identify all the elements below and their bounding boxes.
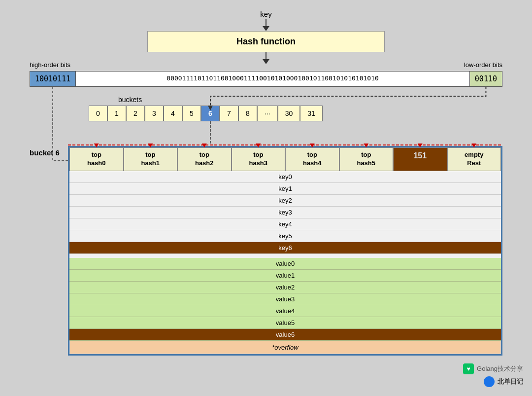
bucket-cell: 30 — [278, 106, 300, 121]
buckets-area: buckets 012345678···3031 — [30, 96, 502, 121]
key-arrow-head — [263, 26, 269, 31]
top-hash-cell: tophash2 — [177, 147, 232, 171]
value-rows: value0value1value2value3value4value5valu… — [69, 258, 501, 341]
top-hash-cell: tophash3 — [232, 147, 286, 171]
top-hash-cell: tophash0 — [69, 147, 124, 171]
hash-arrow-line — [266, 52, 266, 59]
bucket-6-label: bucket 6 — [30, 148, 64, 157]
top-hash-row: tophash0tophash1tophash2tophash3tophash4… — [69, 147, 501, 171]
bucket-cell: 5 — [182, 106, 201, 121]
key-label: key — [260, 10, 271, 18]
beidan-icon — [484, 376, 495, 387]
value-row: value3 — [69, 293, 501, 305]
hash-to-binary-arrow — [263, 52, 269, 64]
value-row: value4 — [69, 305, 501, 317]
top-hash-cell: tophash5 — [339, 147, 394, 171]
buckets-label: buckets — [118, 96, 502, 104]
high-bits: 10010111 — [30, 71, 76, 87]
key-rows: key0key1key2key3key4key5key6 — [69, 171, 501, 254]
low-order-label: low-order bits — [464, 61, 502, 69]
bucket-cell: 2 — [126, 106, 145, 121]
bucket-cell: 8 — [238, 106, 257, 121]
diagram-container: key Hash function high-order bits low-or… — [0, 0, 532, 396]
binary-row: high-order bits low-order bits 10010111 … — [30, 71, 502, 87]
bucket-cell: 0 — [89, 106, 107, 121]
bucket-cell: 7 — [220, 106, 238, 121]
top-hash-cell: 151 — [393, 147, 447, 171]
bucket-content: tophash0tophash1tophash2tophash3tophash4… — [68, 146, 502, 356]
key-row: key2 — [69, 195, 501, 207]
top-hash-cell: tophash1 — [124, 147, 178, 171]
key-arrow-line — [266, 19, 266, 26]
bucket-detail: bucket 6 tophash0tophash1tophash2tophash… — [30, 146, 502, 356]
low-bits: 00110 — [469, 71, 502, 87]
key-row: key5 — [69, 230, 501, 242]
buckets-row: 012345678···3031 — [89, 106, 502, 121]
key-row: key1 — [69, 183, 501, 195]
high-order-label: high-order bits — [30, 61, 70, 69]
watermark-beidan: 北单日记 — [484, 376, 523, 387]
overflow-row: *overflow — [69, 341, 501, 354]
bucket-cell: 6 — [201, 106, 220, 121]
top-hash-cell: tophash4 — [285, 147, 339, 171]
value-row: value2 — [69, 282, 501, 293]
key-row: key0 — [69, 171, 501, 183]
top-hash-cell: emptyRest — [447, 147, 501, 171]
hash-function-box: Hash function — [147, 31, 385, 52]
watermark-golang: ♥ Golang技术分享 — [463, 363, 523, 374]
key-row: key6 — [69, 242, 501, 254]
bucket-cell: ··· — [257, 106, 278, 121]
mid-bits: 0000111101101100100011110010101000100101… — [76, 71, 469, 87]
key-row: key4 — [69, 218, 501, 230]
value-row: value0 — [69, 258, 501, 270]
value-row: value6 — [69, 329, 501, 341]
bucket-cell: 1 — [107, 106, 126, 121]
bucket-cell: 4 — [164, 106, 182, 121]
value-row: value5 — [69, 317, 501, 329]
watermark: ♥ Golang技术分享 北单日记 — [463, 363, 523, 387]
bucket-cell: 3 — [145, 106, 164, 121]
bucket-cell: 31 — [300, 106, 323, 121]
wechat-icon: ♥ — [463, 363, 474, 374]
hash-arrow-head — [263, 59, 269, 64]
value-row: value1 — [69, 270, 501, 282]
key-arrow: key — [260, 10, 271, 31]
key-row: key3 — [69, 207, 501, 218]
